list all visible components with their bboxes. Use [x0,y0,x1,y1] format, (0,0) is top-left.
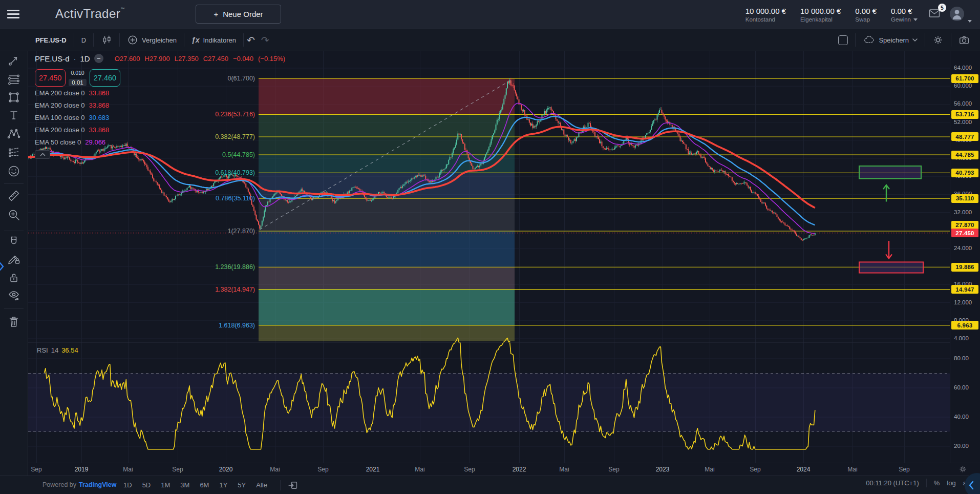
tool-text[interactable] [5,106,23,125]
chart-style-button[interactable] [94,29,119,51]
account-value: 10 000.00 € [800,7,841,15]
collapse-symbol-icon[interactable]: − [94,54,103,63]
percent-scale-toggle[interactable]: % [934,479,940,487]
goto-date-button[interactable] [280,480,298,490]
ohlc-part: (−0.15%) [258,55,285,63]
fib-price-badge: 19.886 [951,263,978,272]
fib-level-label[interactable]: 1.236(19.886) [215,263,255,271]
time-tick-label: 2021 [366,466,380,473]
avatar-icon [949,6,965,22]
ema-legend-row[interactable]: EMA 200 close 033.868 [35,123,285,136]
shape-icon [7,91,20,104]
indicator-legend: EMA 200 close 033.868EMA 200 close 033.8… [35,87,285,148]
ema-legend-row[interactable]: EMA 200 close 033.868 [35,99,285,111]
time-scale[interactable]: Sep2019MaiSep2020MaiSep2021MaiSep2022Mai… [0,463,980,476]
fib-price-badge: 40.793 [951,169,978,177]
tool-remove-all[interactable] [5,313,23,331]
buy-target-box[interactable] [859,166,921,179]
sell-target-box[interactable] [859,262,923,273]
menu-icon[interactable] [7,10,19,19]
cloud-icon [863,34,875,46]
tool-fib-retracement[interactable] [5,70,23,89]
time-tick-label: 2024 [797,466,811,473]
range-button-3m[interactable]: 3M [176,479,194,491]
log-scale-toggle[interactable]: log [947,479,955,487]
sidebar-separator [4,231,24,231]
chart-toolbar: PFE.US-D D Vergleichen ƒx Indikatoren [0,29,980,51]
top-bar: ActivTrader™ + Neue Order 10 000.00 €Kon… [0,0,980,29]
ohlc-part: L27.350 [175,55,199,63]
price-tick-label: 64.000 [954,65,972,71]
account-block: 0.00 €Gewinn [891,7,918,23]
legend-collapse-button[interactable] [35,150,50,159]
tool-draw-lock[interactable] [5,249,23,267]
compare-button[interactable]: Vergleichen [120,29,184,51]
rsi-band [28,374,950,432]
save-button[interactable]: Speichern [856,29,925,51]
range-button-5d[interactable]: 5D [138,479,156,491]
range-button-1y[interactable]: 1Y [215,479,232,491]
redo-icon[interactable]: ↷ [258,34,272,46]
tradingview-link[interactable]: TradingView [79,481,116,488]
range-button-1d[interactable]: 1D [119,479,137,491]
ema-legend-row[interactable]: EMA 100 close 030.683 [35,111,285,123]
tool-magnet[interactable] [5,233,23,251]
fib-level-label[interactable]: 1(27.870) [227,228,255,235]
tool-ruler[interactable] [5,187,23,205]
ruler-icon [7,189,20,202]
caret-down-icon[interactable] [913,18,918,21]
tool-hide-drawings[interactable] [5,286,23,304]
range-button-5y[interactable]: 5Y [233,479,250,491]
price-tick-label: 52.000 [954,119,972,125]
rsi-legend[interactable]: RSI14 36.54 [37,346,78,354]
fib-retracement-icon [7,73,20,86]
range-button-6m[interactable]: 6M [195,479,214,491]
mail-button[interactable]: 5 [928,7,943,22]
tool-trend-line[interactable] [5,51,23,70]
range-button-1m[interactable]: 1M [156,479,175,491]
screenshot-button[interactable] [951,29,977,51]
price-tick-label: 4.000 [954,335,969,341]
fib-band [259,290,515,325]
chart-settings-button[interactable] [925,29,951,51]
time-tick-label: Sep [899,466,909,473]
legend-symbol[interactable]: PFE.US-d [35,54,70,63]
ema-value: 33.868 [89,101,110,109]
ohlc-values: O27.600H27.900L27.350C27.450−0.040(−0.15… [115,55,285,63]
undo-icon[interactable]: ↶ [244,34,258,46]
chevron-down-icon [912,38,918,42]
time-tick-label: Mai [123,466,133,473]
price-tick-label: 24.000 [954,245,972,251]
fib-level-label[interactable]: 0.786(35.110) [216,195,255,202]
indicators-button[interactable]: ƒx Indikatoren [184,29,243,51]
price-scale[interactable]: 64.00060.00056.00052.00048.00044.00040.0… [950,51,980,463]
clock[interactable]: 00:11:20 (UTC+1) [866,479,919,487]
fib-level-label[interactable]: 0.618(40.793) [215,169,255,176]
fib-level-label[interactable]: 1.618(6.963) [219,322,255,329]
panel-expand-icon[interactable] [0,261,5,274]
tool-shape[interactable] [5,88,23,107]
symbol-button[interactable]: PFE.US-D [28,29,74,51]
bottom-bar: Powered by TradingView 1D5D1M3M6M1Y5YAll… [0,476,980,494]
sidebar-separator [4,183,24,184]
fib-level-label[interactable]: 1.382(14.947) [215,286,255,293]
price-tick-label: 32.000 [954,209,972,215]
tool-forecast[interactable] [5,143,23,161]
fib-price-badge: 6.963 [951,321,978,330]
range-button-alle[interactable]: Alle [251,479,272,491]
ema-legend-row[interactable]: EMA 50 close 029.066 [35,136,285,148]
tool-emoji[interactable] [5,162,23,180]
user-avatar[interactable] [949,6,971,24]
sell-price-button[interactable]: 27.450 [35,69,66,87]
time-scale-settings-icon[interactable] [958,465,967,476]
tool-xabcd-pattern[interactable] [5,125,23,143]
ema-value: 33.868 [89,89,110,97]
ema-legend-row[interactable]: EMA 200 close 033.868 [35,87,285,99]
tool-zoom-in[interactable] [5,205,23,224]
interval-button[interactable]: D [74,29,93,51]
tool-lock-all[interactable] [5,269,23,287]
new-order-button[interactable]: + Neue Order [196,5,281,24]
layout-button[interactable] [831,29,855,51]
buy-price-button[interactable]: 27.460 [90,69,120,87]
activtrader-app: 0(61.700)0.236(53.716)0.382(48.777)0.5(4… [0,0,980,494]
